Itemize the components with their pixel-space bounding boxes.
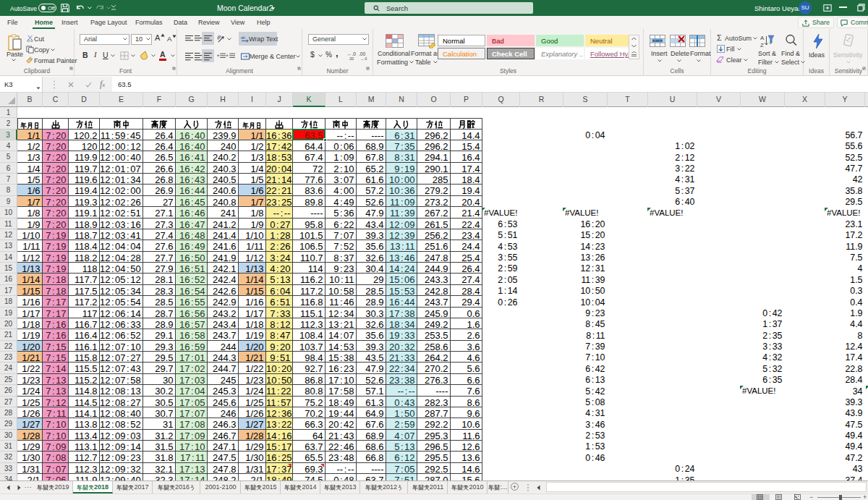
svg-text:ab: ab (241, 35, 245, 40)
svg-text:ab: ab (217, 34, 223, 41)
svg-text:→.0: →.0 (360, 56, 367, 60)
svg-text:.00: .00 (359, 51, 365, 56)
svg-text:Z: Z (760, 42, 764, 48)
svg-text:.00: .00 (349, 56, 354, 60)
svg-text:A: A (760, 35, 765, 41)
svg-text:←.0: ←.0 (347, 51, 356, 56)
